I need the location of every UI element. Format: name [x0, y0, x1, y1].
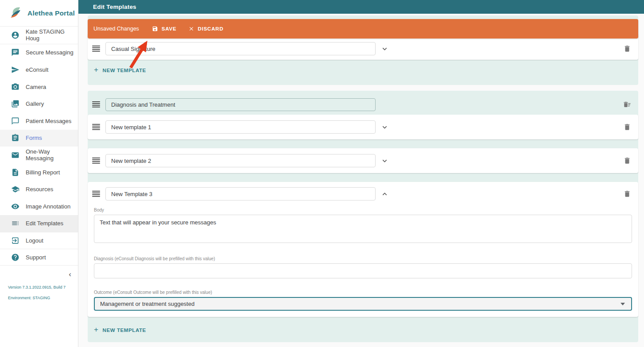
sidebar-item-label: Image Annotation — [26, 203, 70, 210]
body-label: Body — [94, 208, 632, 212]
sidebar-item-econsult[interactable]: eConsult — [0, 61, 78, 78]
user-icon — [11, 31, 19, 39]
sidebar-item-label: Patient Messages — [26, 118, 71, 124]
list-lines-icon — [11, 219, 19, 227]
drag-handle[interactable] — [92, 46, 101, 52]
plus-icon: + — [94, 326, 99, 333]
gallery-icon — [11, 100, 19, 108]
drag-handle[interactable] — [92, 124, 101, 130]
unsaved-changes-banner: Unsaved Changes SAVE DISCARD — [88, 19, 638, 39]
drag-handle-icon — [92, 158, 100, 164]
brand-logo-row[interactable]: Alethea Portal — [0, 0, 78, 26]
delete-template-button[interactable] — [622, 156, 632, 166]
expand-template-button[interactable] — [380, 122, 390, 132]
outcome-selected-value: Management or treatment suggested — [100, 301, 194, 307]
chevron-down-icon — [380, 123, 389, 131]
save-button[interactable]: SAVE — [151, 24, 178, 34]
chat-icon — [11, 48, 19, 57]
sidebar-item-image-annotation[interactable]: Image Annotation — [0, 198, 78, 215]
save-button-label: SAVE — [162, 26, 177, 31]
unsaved-changes-label: Unsaved Changes — [93, 26, 139, 32]
help-icon — [11, 253, 19, 262]
delete-sweep-icon — [623, 100, 631, 108]
drag-handle[interactable] — [92, 191, 101, 197]
sidebar-item-label: eConsult — [26, 66, 48, 73]
diagnosis-input[interactable] — [94, 263, 632, 278]
sidebar-item-user[interactable]: Kate STAGING Houg — [0, 27, 78, 44]
trash-icon — [623, 157, 631, 165]
expand-template-button[interactable] — [380, 44, 390, 54]
sidebar-item-one-way-messaging[interactable]: One-Way Messaging — [0, 147, 78, 164]
envelope-icon — [11, 151, 19, 159]
sidebar-item-billing-report[interactable]: Billing Report — [0, 164, 78, 181]
sidebar-item-label: Forms — [26, 135, 42, 141]
collapse-sidebar-icon[interactable]: ‹ — [69, 270, 71, 278]
sidebar-item-edit-templates[interactable]: Edit Templates — [0, 215, 78, 232]
outcome-label: Outcome (eConsult Outcome will be prefil… — [94, 290, 632, 295]
sidebar-item-support[interactable]: Support — [0, 249, 78, 265]
sidebar-item-secure-messaging[interactable]: Secure Messaging — [0, 44, 78, 62]
category-title-input[interactable] — [105, 98, 376, 111]
discard-button-label: DISCARD — [198, 26, 224, 31]
drag-handle-icon — [92, 124, 100, 130]
delete-template-button[interactable] — [622, 189, 632, 199]
close-icon — [188, 26, 194, 32]
sidebar-item-label: One-Way Messaging — [26, 148, 78, 162]
eye-icon — [11, 202, 19, 211]
sidebar-item-label: Support — [26, 254, 46, 261]
template-title-input[interactable] — [105, 187, 376, 200]
template-title-row — [91, 187, 632, 200]
outcome-select[interactable]: Management or treatment suggested — [94, 297, 632, 311]
chevron-down-icon — [380, 45, 389, 53]
camera-icon — [11, 83, 19, 91]
divider — [0, 265, 78, 266]
new-template-button[interactable]: + NEW TEMPLATE — [93, 66, 147, 74]
template-title-input[interactable] — [105, 42, 376, 55]
delete-category-button[interactable] — [622, 100, 632, 109]
sidebar-item-patient-messages[interactable]: Patient Messages — [0, 112, 78, 130]
delete-template-button[interactable] — [622, 122, 632, 132]
template-row-expanded: Body Text that will appear in your secur… — [88, 182, 638, 317]
trash-icon — [623, 45, 631, 53]
new-template-button[interactable]: + NEW TEMPLATE — [93, 326, 147, 334]
sidebar-item-label: Camera — [26, 84, 46, 90]
drag-handle[interactable] — [92, 158, 101, 164]
version-block: Version 7.3.1.2022.0915, Build 7 Environ… — [0, 281, 78, 310]
logout-icon — [11, 236, 19, 245]
resources-icon — [11, 185, 19, 193]
template-title-input[interactable] — [105, 120, 376, 134]
drag-handle-icon — [92, 191, 100, 197]
body-textarea[interactable]: Text that will appear in your secure mes… — [94, 215, 632, 243]
brand-name: Alethea Portal — [27, 9, 75, 17]
template-title-input[interactable] — [105, 154, 376, 167]
sidebar-item-label: Edit Templates — [26, 220, 63, 227]
message-outline-icon — [11, 117, 19, 125]
chevron-up-icon — [380, 190, 389, 198]
sidebar-item-forms[interactable]: Forms — [0, 130, 78, 147]
expand-template-button[interactable] — [380, 156, 390, 166]
document-icon — [11, 168, 19, 177]
sidebar-item-resources[interactable]: Resources — [0, 181, 78, 198]
clipboard-icon — [11, 134, 19, 142]
delete-template-button[interactable] — [622, 44, 632, 54]
diagnosis-label: Diagnosis (eConsult Diagnosis will be pr… — [94, 256, 632, 261]
sidebar-item-camera[interactable]: Camera — [0, 78, 78, 96]
sidebar-item-logout[interactable]: Logout — [0, 232, 78, 249]
collapse-template-button[interactable] — [380, 189, 390, 199]
template-row — [88, 115, 638, 139]
new-template-label: NEW TEMPLATE — [103, 328, 146, 333]
main-content: Edit Templates Unsaved Changes SAVE DISC… — [78, 0, 644, 347]
sidebar-item-label: Resources — [26, 186, 53, 193]
templates-scroll-area: Unsaved Changes SAVE DISCARD — [78, 14, 644, 347]
chevron-down-icon — [380, 157, 389, 165]
sidebar-item-gallery[interactable]: Gallery — [0, 95, 78, 112]
discard-button[interactable]: DISCARD — [187, 24, 225, 34]
category-container: Body Text that will appear in your secur… — [88, 91, 638, 342]
new-template-label: NEW TEMPLATE — [103, 68, 146, 73]
category-header-row — [88, 94, 638, 115]
app-root: Alethea Portal Kate STAGING Houg Secure … — [0, 0, 644, 347]
drag-handle[interactable] — [92, 101, 101, 108]
page-title: Edit Templates — [93, 4, 136, 10]
sidebar-item-label: Kate STAGING Houg — [26, 28, 78, 42]
version-text: Version 7.3.1.2022.0915, Build 7 — [8, 285, 70, 289]
